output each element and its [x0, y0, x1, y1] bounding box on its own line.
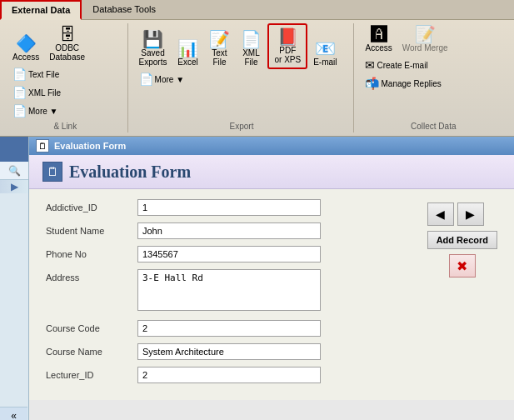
word-merge-label: Word Merge — [402, 43, 448, 52]
collect-group-label: Collect Data — [356, 122, 511, 131]
email-export-button[interactable]: 📧 E-mail — [309, 38, 341, 69]
form-row-course-name: Course Name — [46, 343, 411, 360]
more-export-button[interactable]: 📄 More ▼ — [135, 71, 188, 88]
create-email-button[interactable]: ✉ Create E-mail — [361, 57, 445, 73]
addictive-id-field — [137, 199, 321, 216]
collect-items: 🅰 Access 📝 Word Merge ✉ Create E-mail 📬 … — [361, 23, 506, 103]
word-merge-icon: 📝 — [415, 26, 436, 42]
address-label: Address — [46, 269, 137, 282]
form-nav-controls: ◀ ▶ Add Record ✖ — [411, 199, 497, 390]
student-name-label: Student Name — [46, 222, 137, 236]
tab-database-tools[interactable]: Database Tools — [82, 0, 167, 19]
ribbon-group-export: 💾 SavedExports 📊 Excel 📝 TextFile 📄 XMLF… — [130, 23, 355, 132]
more-export-label: More ▼ — [155, 75, 184, 84]
sidebar: 🔍 ▶ « « — [0, 137, 29, 420]
more-import-icon: 📄 — [12, 104, 27, 118]
export-items: 💾 SavedExports 📊 Excel 📝 TextFile 📄 XMLF… — [135, 23, 349, 99]
nav-row: ◀ ▶ — [427, 202, 497, 226]
form-titlebar-icon: 🗒 — [36, 139, 49, 152]
lecturer-id-field — [137, 367, 321, 383]
odbc-label: ODBCDatabase — [49, 43, 85, 62]
sidebar-nav — [0, 193, 28, 407]
xml-file-import-icon: 📄 — [12, 86, 27, 99]
main-container: 🔍 ▶ « « 🗒 Evaluation Form 🗒 Evaluation F… — [0, 137, 514, 420]
prev-record-button[interactable]: ◀ — [427, 202, 454, 226]
email-export-icon: 📧 — [315, 40, 336, 57]
saved-exports-button[interactable]: 💾 SavedExports — [135, 28, 172, 69]
export-group-label: Export — [130, 122, 354, 131]
access-import-icon: 🔷 — [16, 35, 37, 52]
form-titlebar: 🗒 Evaluation Form — [29, 137, 514, 155]
form-row-course-code: Course Code — [46, 320, 411, 337]
course-code-input[interactable] — [137, 320, 321, 337]
xml-file-export-button[interactable]: 📄 XMLFile — [236, 28, 266, 69]
saved-exports-label: SavedExports — [139, 48, 167, 67]
search-icon: 🔍 — [8, 165, 21, 177]
course-name-input[interactable] — [137, 343, 321, 360]
tab-external-data[interactable]: External Data — [0, 0, 82, 20]
address-textarea[interactable] — [137, 269, 321, 311]
create-email-label: Create E-mail — [377, 61, 427, 70]
course-name-label: Course Name — [46, 343, 137, 357]
more-import-button[interactable]: 📄 More ▼ — [8, 102, 65, 119]
form-row-lecturer-id: Lecturer_ID — [46, 367, 411, 383]
text-file-export-label: TextFile — [212, 48, 227, 67]
excel-export-button[interactable]: 📊 Excel — [172, 38, 202, 69]
text-file-export-icon: 📝 — [209, 31, 230, 48]
next-record-button[interactable]: ▶ — [457, 202, 484, 226]
import-items: 🔷 Access 🗄 ODBCDatabase 📄 Text File 📄 XM… — [8, 23, 122, 131]
text-file-export-button[interactable]: 📝 TextFile — [204, 28, 234, 69]
import-group-label: & Link — [3, 122, 127, 131]
student-name-input[interactable] — [137, 222, 321, 239]
address-field — [137, 269, 321, 313]
create-email-icon: ✉ — [365, 58, 375, 72]
add-record-button[interactable]: Add Record — [427, 231, 497, 249]
odbc-icon: 🗄 — [59, 26, 76, 42]
xml-file-export-icon: 📄 — [241, 31, 262, 48]
sidebar-expand-arrow[interactable]: ▶ — [0, 180, 28, 193]
sidebar-search[interactable]: 🔍 — [0, 162, 28, 180]
xml-file-import-button[interactable]: 📄 XML File — [8, 84, 65, 101]
pdf-xps-label: PDFor XPS — [274, 46, 301, 64]
addictive-id-input[interactable] — [137, 199, 321, 216]
access-import-button[interactable]: 🔷 Access — [8, 32, 43, 64]
manage-replies-icon: 📬 — [365, 77, 379, 90]
saved-exports-icon: 💾 — [142, 31, 163, 48]
form-titlebar-text: Evaluation Form — [54, 141, 126, 151]
access-collect-label: Access — [365, 43, 392, 52]
phone-field — [137, 246, 321, 262]
pdf-xps-icon: 📕 — [277, 28, 298, 45]
form-area: 🗒 Evaluation Form 🗒 Evaluation Form Addi… — [29, 137, 514, 420]
form-main-title: Evaluation Form — [69, 162, 191, 182]
pdf-xps-button[interactable]: 📕 PDFor XPS — [270, 26, 305, 67]
more-import-label: More ▼ — [28, 107, 57, 116]
ribbon-group-import: 🔷 Access 🗄 ODBCDatabase 📄 Text File 📄 XM… — [3, 23, 128, 132]
access-import-label: Access — [12, 52, 39, 62]
manage-replies-button[interactable]: 📬 Manage Replies — [361, 75, 445, 92]
email-export-label: E-mail — [313, 58, 337, 67]
phone-label: Phone No — [46, 246, 137, 259]
text-file-import-icon: 📄 — [12, 68, 27, 81]
sidebar-collapse-chevron[interactable]: « — [0, 407, 27, 420]
text-file-import-label: Text File — [28, 70, 59, 79]
addictive-id-label: Addictive_ID — [46, 199, 137, 212]
ribbon-content: 🔷 Access 🗄 ODBCDatabase 📄 Text File 📄 XM… — [0, 20, 514, 136]
excel-export-label: Excel — [177, 58, 197, 67]
manage-replies-label: Manage Replies — [381, 79, 441, 88]
access-collect-icon: 🅰 — [371, 26, 387, 42]
phone-input[interactable] — [137, 246, 321, 262]
pdf-xps-wrapper: 📕 PDFor XPS — [267, 23, 307, 69]
text-file-import-button[interactable]: 📄 Text File — [8, 66, 65, 82]
course-name-field — [137, 343, 321, 360]
delete-record-button[interactable]: ✖ — [449, 254, 476, 278]
form-top-section: Addictive_ID Student Name — [46, 199, 497, 390]
access-collect-button[interactable]: 🅰 Access — [361, 23, 396, 55]
form-header: 🗒 Evaluation Form — [29, 155, 514, 189]
ribbon-group-collect: 🅰 Access 📝 Word Merge ✉ Create E-mail 📬 … — [356, 23, 511, 132]
word-merge-button[interactable]: 📝 Word Merge — [398, 23, 452, 55]
lecturer-id-input[interactable] — [137, 367, 321, 383]
form-fields: Addictive_ID Student Name — [46, 199, 411, 390]
student-name-field — [137, 222, 321, 239]
form-row-student-name: Student Name — [46, 222, 411, 239]
odbc-button[interactable]: 🗄 ODBCDatabase — [45, 23, 89, 64]
